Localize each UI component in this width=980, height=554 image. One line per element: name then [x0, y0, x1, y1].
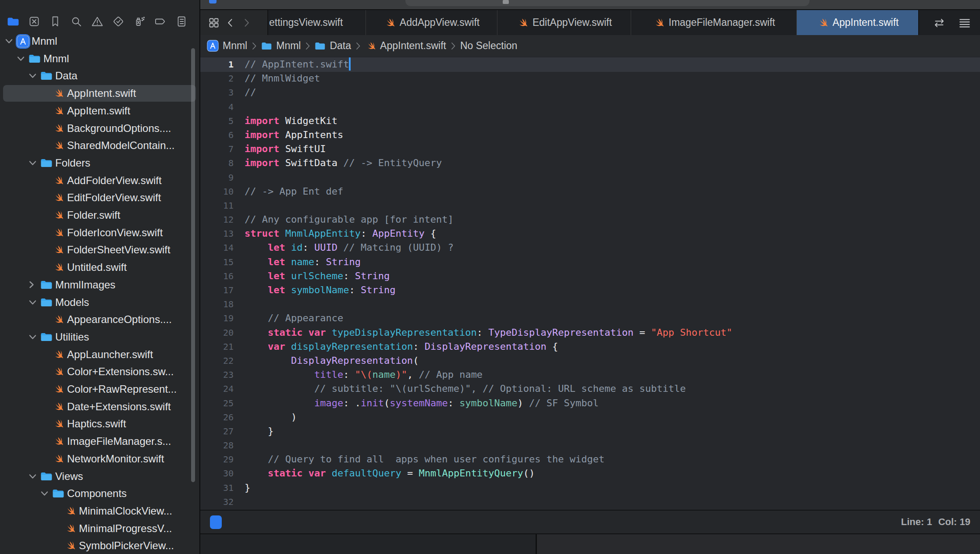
- debug-variables-pane[interactable]: [200, 534, 536, 554]
- project-navigator-icon[interactable]: [3, 12, 24, 31]
- breadcrumb-item[interactable]: AppIntent.swift: [365, 40, 446, 52]
- reports-icon[interactable]: [171, 12, 192, 31]
- editor-options-icon[interactable]: [957, 16, 972, 30]
- code-line[interactable]: // Any configurable app [for intent]: [245, 213, 732, 227]
- sidebar-item[interactable]: Components: [0, 485, 199, 502]
- sidebar-item[interactable]: Mnml: [0, 50, 199, 67]
- back-icon[interactable]: [225, 16, 236, 29]
- sidebar-item[interactable]: Color+RawRepresent...: [0, 380, 199, 398]
- disclosure-chevron-icon[interactable]: [29, 300, 40, 305]
- sidebar-item[interactable]: MinimalClockView...: [0, 502, 199, 520]
- disclosure-chevron-icon[interactable]: [41, 491, 52, 496]
- sidebar-item[interactable]: AppItem.swift: [0, 102, 199, 120]
- breadcrumb-item[interactable]: Mnml: [207, 40, 247, 52]
- disclosure-chevron-icon[interactable]: [29, 160, 40, 166]
- sidebar-item[interactable]: SymbolPickerView...: [0, 537, 199, 554]
- sidebar-item[interactable]: SharedModelContain...: [0, 137, 199, 154]
- code-line[interactable]: let name: String: [245, 255, 732, 269]
- code-review-icon[interactable]: [932, 16, 947, 30]
- disclosure-chevron-icon[interactable]: [29, 474, 40, 479]
- sidebar-editor-divider[interactable]: [199, 0, 200, 554]
- code-line[interactable]: [245, 199, 732, 213]
- code-line[interactable]: // subtitle: "\(urlScheme)", // Optional…: [245, 382, 732, 396]
- disclosure-chevron-icon[interactable]: [29, 73, 40, 78]
- code-line[interactable]: static var typeDisplayRepresentation: Ty…: [245, 326, 732, 340]
- code-line[interactable]: title: "\(name)", // App name: [245, 368, 732, 382]
- issues-icon[interactable]: [87, 12, 108, 31]
- tab-ettingsView.swift[interactable]: ettingsView.swift: [268, 10, 366, 35]
- sidebar-item[interactable]: FolderIconView.swift: [0, 224, 199, 241]
- find-icon[interactable]: [66, 12, 87, 31]
- code-line[interactable]: [245, 495, 732, 509]
- code-line[interactable]: [245, 170, 732, 185]
- code-line[interactable]: [245, 100, 732, 114]
- tab-ImageFileManager.swift[interactable]: ImageFileManager.swift: [631, 10, 797, 35]
- related-items-icon[interactable]: [207, 16, 220, 29]
- sidebar-item[interactable]: BackgroundOptions....: [0, 120, 199, 137]
- tab-EditAppView.swift[interactable]: EditAppView.swift: [497, 10, 631, 35]
- code-line[interactable]: let id: UUID // Matcing (UUID) ?: [245, 241, 732, 255]
- code-line[interactable]: // AppIntent.swift: [245, 57, 732, 71]
- disclosure-chevron-icon[interactable]: [5, 39, 17, 44]
- code-line[interactable]: let urlScheme: String: [245, 269, 732, 283]
- code-line[interactable]: import SwiftUI: [245, 142, 732, 156]
- code-line[interactable]: //: [245, 85, 732, 99]
- tab-AddAppView.swift[interactable]: AddAppView.swift: [366, 10, 497, 35]
- sidebar-item[interactable]: Data: [0, 67, 199, 85]
- sidebar-item[interactable]: Models: [0, 294, 199, 311]
- sidebar-item[interactable]: AppearanceOptions....: [0, 311, 199, 328]
- disclosure-chevron-icon[interactable]: [29, 281, 40, 288]
- breadcrumb-item[interactable]: Data: [315, 40, 351, 52]
- code-line[interactable]: let symbolName: String: [245, 283, 732, 297]
- disclosure-chevron-icon[interactable]: [17, 56, 28, 61]
- code-line[interactable]: // -> App Ent def: [245, 185, 732, 199]
- code-line[interactable]: // Appearance: [245, 311, 732, 325]
- sidebar-item[interactable]: ImageFileManager.s...: [0, 433, 199, 450]
- code-line[interactable]: }: [245, 481, 732, 495]
- disclosure-chevron-icon[interactable]: [29, 334, 40, 340]
- sidebar-item[interactable]: AppLauncher.swift: [0, 346, 199, 363]
- code-line[interactable]: [245, 297, 732, 311]
- sidebar-item[interactable]: MnmlImages: [0, 276, 199, 294]
- code-line[interactable]: var displayRepresentation: DisplayRepres…: [245, 340, 732, 354]
- code-line[interactable]: image: .init(systemName: symbolName) // …: [245, 396, 732, 410]
- sidebar-item[interactable]: Mnml: [0, 33, 199, 50]
- tab-AppIntent.swift[interactable]: AppIntent.swift: [797, 10, 918, 35]
- sidebar-item[interactable]: FolderSheetView.swift: [0, 241, 199, 259]
- sidebar-item[interactable]: NetworkMonitor.swift: [0, 450, 199, 468]
- bookmarks-icon[interactable]: [45, 12, 66, 31]
- code-line[interactable]: [245, 438, 732, 452]
- breadcrumb-item[interactable]: Mnml: [261, 40, 301, 52]
- sidebar-item[interactable]: MinimalProgressV...: [0, 520, 199, 537]
- sidebar-item[interactable]: Utilities: [0, 328, 199, 346]
- code-line[interactable]: ): [245, 410, 732, 424]
- sidebar-item[interactable]: Haptics.swift: [0, 415, 199, 433]
- code-line[interactable]: // MnmlWidget: [245, 71, 732, 85]
- code-line[interactable]: import SwiftData // -> EntityQuery: [245, 156, 732, 170]
- code-line[interactable]: // Query to find all apps when user conf…: [245, 452, 732, 466]
- sidebar-scrollbar[interactable]: [191, 48, 195, 482]
- debug-icon[interactable]: [129, 12, 150, 31]
- sidebar-item[interactable]: Untitled.swift: [0, 259, 199, 276]
- source-control-icon[interactable]: [24, 12, 45, 31]
- source-editor[interactable]: 1234567891011121314151617181920212223242…: [200, 57, 980, 510]
- debug-console-pane[interactable]: [537, 534, 980, 554]
- code-line[interactable]: import AppIntents: [245, 128, 732, 142]
- sidebar-item[interactable]: Folders: [0, 154, 199, 172]
- sidebar-item[interactable]: Folder.swift: [0, 206, 199, 224]
- breadcrumb-item[interactable]: No Selection: [460, 40, 517, 52]
- sidebar-item[interactable]: AppIntent.swift: [0, 85, 199, 102]
- forward-icon[interactable]: [241, 16, 252, 29]
- sidebar-item[interactable]: Views: [0, 468, 199, 485]
- code-line[interactable]: struct MnmlAppEntity: AppEntity {: [245, 227, 732, 241]
- sidebar-item[interactable]: Color+Extensions.sw...: [0, 363, 199, 380]
- sidebar-item[interactable]: AddFolderView.swift: [0, 172, 199, 189]
- tests-icon[interactable]: [108, 12, 129, 31]
- code-line[interactable]: import WidgetKit: [245, 114, 732, 128]
- sidebar-item[interactable]: EditFolderView.swift: [0, 189, 199, 206]
- code-line[interactable]: }: [245, 424, 732, 438]
- code-line[interactable]: DisplayRepresentation(: [245, 354, 732, 368]
- file-status-icon[interactable]: [210, 515, 222, 529]
- sidebar-item[interactable]: Date+Extensions.swift: [0, 398, 199, 416]
- breakpoints-icon[interactable]: [150, 12, 171, 31]
